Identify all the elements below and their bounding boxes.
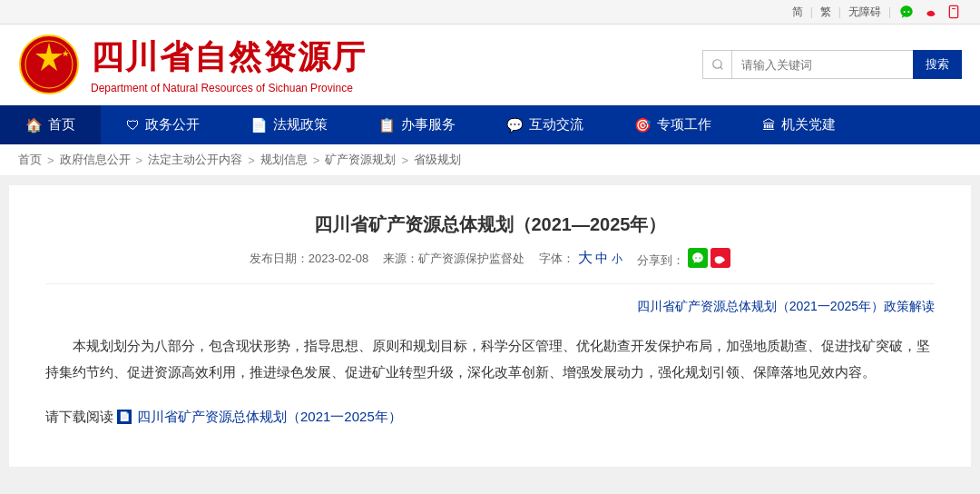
- breadcrumb-legal-content[interactable]: 法定主动公开内容: [148, 152, 242, 168]
- wechat-icon[interactable]: [898, 4, 915, 20]
- nav-services-label: 办事服务: [401, 116, 456, 133]
- download-link-anchor[interactable]: 四川省矿产资源总体规划（2021一2025年）: [137, 403, 402, 430]
- weibo-icon[interactable]: [922, 4, 938, 20]
- policy-interpretation-link: 四川省矿产资源总体规划（2021一2025年）政策解读: [45, 299, 935, 315]
- policy-link-anchor[interactable]: 四川省矿产资源总体规划（2021一2025年）政策解读: [637, 299, 935, 313]
- accessibility-link[interactable]: 无障碍: [848, 5, 881, 20]
- nav-services[interactable]: 📋 办事服务: [353, 105, 481, 144]
- font-small-btn[interactable]: 小: [612, 252, 622, 265]
- article-title: 四川省矿产资源总体规划（2021—2025年）: [45, 203, 935, 237]
- nav-special-work[interactable]: 🎯 专项工作: [609, 105, 737, 144]
- clipboard-icon: 📋: [378, 117, 396, 133]
- search-area: 搜索: [702, 50, 962, 79]
- breadcrumb-mineral-plan[interactable]: 矿产资源规划: [325, 152, 396, 168]
- publish-date: 发布日期：2023-02-08: [250, 251, 369, 267]
- nav-special-label: 专项工作: [657, 116, 711, 133]
- simplified-chinese-link[interactable]: 简: [792, 5, 803, 20]
- breadcrumb-gov-info[interactable]: 政府信息公开: [60, 152, 131, 168]
- home-icon: 🏠: [25, 117, 43, 133]
- search-input[interactable]: [731, 50, 913, 79]
- nav-party[interactable]: 🏛 机关党建: [737, 105, 861, 144]
- article-body: 本规划划分为八部分，包含现状形势，指导思想、原则和规划目标，科学分区管理、优化勘…: [45, 333, 935, 385]
- share-weibo-icon[interactable]: [710, 248, 730, 268]
- main-content: 四川省矿产资源总体规划（2021—2025年） 发布日期：2023-02-08 …: [9, 185, 971, 467]
- document-icon: 📄: [250, 117, 268, 133]
- share-area: 分享到：: [637, 248, 730, 269]
- font-large-btn[interactable]: 大: [578, 250, 593, 265]
- download-section: 请下载阅读 📄 四川省矿产资源总体规划（2021一2025年）: [45, 403, 935, 430]
- font-size-ctrl: 字体： 大 中 小: [539, 249, 622, 268]
- source: 来源：矿产资源保护监督处: [383, 251, 524, 267]
- svg-rect-0: [949, 5, 957, 17]
- share-wechat-icon[interactable]: [688, 248, 708, 268]
- svg-line-7: [720, 67, 722, 70]
- site-title-cn: 四川省自然资源厅: [91, 35, 367, 80]
- meta-divider: [45, 283, 935, 284]
- top-utility-bar: 简 | 繁 | 无障碍 |: [0, 0, 980, 25]
- nav-government-affairs[interactable]: 🛡 政务公开: [101, 105, 225, 144]
- nav-laws-label: 法规政策: [273, 116, 328, 133]
- nav-interaction-label: 互动交流: [529, 116, 583, 133]
- breadcrumb: 首页 > 政府信息公开 > 法定主动公开内容 > 规划信息 > 矿产资源规划 >…: [0, 144, 980, 176]
- svg-point-6: [712, 60, 720, 68]
- main-nav: 🏠 首页 🛡 政务公开 📄 法规政策 📋 办事服务 💬 互动交流 🎯 专项工作 …: [0, 105, 980, 144]
- nav-home[interactable]: 🏠 首页: [0, 105, 101, 144]
- download-file-icon: 📄: [117, 410, 132, 424]
- site-header: 四川省自然资源厅 Department of Natural Resources…: [0, 25, 980, 105]
- traditional-chinese-link[interactable]: 繁: [820, 5, 831, 20]
- breadcrumb-plan-info[interactable]: 规划信息: [260, 152, 308, 168]
- breadcrumb-current: 省级规划: [414, 152, 461, 168]
- site-title-en: Department of Natural Resources of Sichu…: [91, 82, 367, 94]
- shield-icon: 🛡: [126, 117, 140, 133]
- nav-laws[interactable]: 📄 法规政策: [225, 105, 353, 144]
- font-mid-btn[interactable]: 中: [595, 251, 608, 265]
- nav-govt-label: 政务公开: [145, 116, 200, 133]
- nav-party-label: 机关党建: [781, 116, 836, 133]
- building-icon: 🏛: [762, 117, 776, 133]
- download-prefix-text: 请下载阅读: [45, 403, 113, 430]
- search-button[interactable]: 搜索: [913, 50, 962, 79]
- app-icon[interactable]: [946, 4, 962, 20]
- government-emblem: [18, 34, 80, 95]
- chat-icon: 💬: [506, 117, 524, 133]
- search-icon-box: [702, 50, 731, 79]
- article-meta: 发布日期：2023-02-08 来源：矿产资源保护监督处 字体： 大 中 小 分…: [45, 248, 935, 269]
- target-icon: 🎯: [634, 117, 652, 133]
- breadcrumb-home[interactable]: 首页: [18, 152, 42, 168]
- nav-home-label: 首页: [48, 116, 75, 133]
- nav-interaction[interactable]: 💬 互动交流: [481, 105, 609, 144]
- logo-area: 四川省自然资源厅 Department of Natural Resources…: [18, 34, 367, 95]
